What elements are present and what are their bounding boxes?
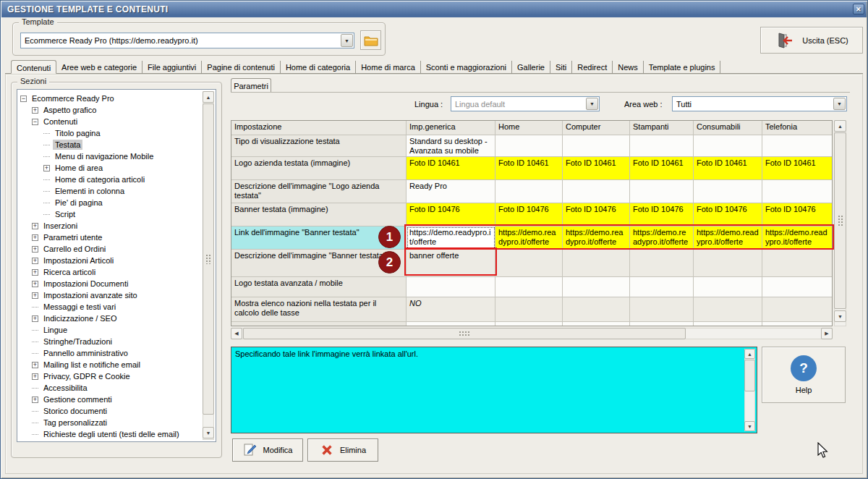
setting-cell[interactable]: Descrizione dell'immagine "Logo azienda …	[231, 180, 407, 203]
tree-item-pie-di-pagina[interactable]: Pie' di pagina	[43, 197, 105, 208]
value-cell[interactable]: Foto ID 10461	[495, 157, 563, 180]
value-cell[interactable]: Foto ID 10461	[630, 157, 694, 180]
value-cell[interactable]	[694, 180, 762, 203]
value-cell[interactable]: Foto ID 10476	[563, 203, 630, 226]
tree-item-impostazioni-articoli[interactable]: +Impostazioni Articoli	[32, 255, 116, 266]
expand-icon[interactable]: +	[32, 223, 38, 229]
empty-cell[interactable]	[231, 322, 407, 326]
tab-home-di-marca[interactable]: Home di marca	[356, 61, 421, 73]
exit-button[interactable]: Uscita (ESC)	[760, 27, 863, 54]
tab-redirect[interactable]: Redirect	[572, 61, 613, 73]
expand-icon[interactable]: +	[32, 234, 38, 241]
generic-value-cell[interactable]: banner offerte	[407, 250, 495, 277]
info-scrollbar-thumb[interactable]	[744, 360, 755, 391]
value-cell[interactable]	[630, 250, 694, 277]
generic-value-cell[interactable]: NO	[407, 297, 495, 322]
value-cell[interactable]	[762, 277, 833, 297]
value-cell[interactable]: https://demo.readypro.it/offerte	[495, 226, 563, 250]
tree-item-aspetto-grafico[interactable]: +Aspetto grafico	[32, 104, 98, 116]
elimina-button[interactable]: Elimina	[307, 438, 378, 462]
value-cell[interactable]	[694, 135, 762, 157]
table-scroll-left-icon[interactable]: ◀	[231, 328, 242, 339]
setting-cell[interactable]: Banner testata (immagine)	[231, 203, 407, 226]
value-cell[interactable]: Foto ID 10476	[495, 203, 563, 226]
value-cell[interactable]	[762, 297, 833, 322]
column-header-telefonia[interactable]: Telefonia	[762, 121, 833, 135]
tree-item-testata[interactable]: Testata	[43, 139, 82, 151]
tree-item-richieste-degli-utenti-testi-delle-email-[interactable]: Richieste degli utenti (testi delle emai…	[32, 428, 182, 440]
chevron-down-icon[interactable]: ▼	[341, 34, 353, 47]
value-cell[interactable]	[630, 180, 694, 203]
setting-cell[interactable]: Tipo di visualizzazione testata	[231, 135, 407, 157]
table-scroll-up-icon[interactable]: ▲	[834, 120, 846, 132]
value-cell[interactable]: https://demo.readypro.it/offerte	[694, 226, 762, 250]
modifica-button[interactable]: Modifica	[232, 438, 303, 462]
tree-item-carrello-ed-ordini[interactable]: +Carrello ed Ordini	[32, 243, 108, 255]
empty-cell[interactable]	[630, 322, 694, 326]
expand-icon[interactable]: +	[32, 281, 38, 287]
tree-item-home-di-categoria-articoli[interactable]: Home di categoria articoli	[43, 174, 147, 185]
expand-icon[interactable]: +	[32, 362, 38, 368]
value-cell[interactable]: Foto ID 10476	[694, 203, 762, 226]
tree-item-pannello-amministrativo[interactable]: Pannello amministrativo	[32, 347, 130, 359]
tab-siti[interactable]: Siti	[550, 61, 572, 73]
value-cell[interactable]	[495, 277, 563, 297]
tree-item-home-di-area[interactable]: +Home di area	[43, 162, 105, 174]
expand-icon[interactable]: +	[43, 165, 50, 171]
value-cell[interactable]	[563, 277, 630, 297]
tree-scrollbar-thumb[interactable]	[203, 103, 214, 415]
tree-item-titolo-pagina[interactable]: Titolo pagina	[43, 127, 103, 139]
tree-item-impostazioni-documenti[interactable]: +Impostazioni Documenti	[32, 278, 130, 289]
tab-file-aggiuntivi[interactable]: File aggiuntivi	[142, 61, 202, 73]
info-scroll-down-icon[interactable]: ▼	[744, 421, 755, 431]
tree-item-elementi-in-colonna[interactable]: Elementi in colonna	[43, 185, 127, 197]
expand-icon[interactable]: +	[32, 397, 38, 403]
value-cell[interactable]	[563, 297, 630, 322]
value-cell[interactable]	[630, 297, 694, 322]
generic-value-cell[interactable]	[407, 277, 495, 297]
tree-item-valutazioni[interactable]: Valutazioni	[32, 440, 84, 442]
value-cell[interactable]	[495, 250, 563, 277]
table-scroll-right-icon[interactable]: ▶	[821, 328, 833, 339]
tree-item-accessibilita[interactable]: Accessibilita	[32, 382, 90, 394]
value-cell[interactable]: https://demo.readypro.it/offerte	[563, 226, 630, 250]
column-header-consumabili[interactable]: Consumabili	[694, 121, 762, 135]
generic-value-cell[interactable]: Ready Pro	[407, 180, 495, 203]
help-button[interactable]: ? Help	[762, 347, 846, 403]
generic-value-cell[interactable]: Standard su desktop - Avanzata su mobile	[407, 135, 495, 157]
tree-item-menu-di-navigazione-mobile[interactable]: Menu di navigazione Mobile	[43, 151, 156, 162]
tree-item-gestione-commenti[interactable]: +Gestione commenti	[32, 394, 114, 405]
expand-icon[interactable]: +	[32, 107, 38, 114]
tree-item-ecommerce-ready-pro[interactable]: −Ecommerce Ready Pro	[20, 93, 116, 104]
tree-item-lingue[interactable]: Lingue	[32, 324, 69, 336]
parameters-table[interactable]: ImpostazioneImp.genericaHomeComputerStam…	[231, 120, 833, 326]
expand-icon[interactable]: +	[32, 246, 38, 253]
tab-news[interactable]: News	[613, 61, 644, 73]
column-header-stampanti[interactable]: Stampanti	[630, 121, 694, 135]
value-cell[interactable]	[694, 297, 762, 322]
area-web-select[interactable]: Tutti ▼	[672, 96, 847, 111]
tree-item-mailing-list-e-notifiche-email[interactable]: +Mailing list e notifiche email	[32, 359, 142, 370]
column-header-computer[interactable]: Computer	[563, 121, 630, 135]
value-cell[interactable]	[563, 180, 630, 203]
tree-item-script[interactable]: Script	[43, 208, 77, 220]
setting-cell[interactable]: Mostra elenco nazioni nella testata per …	[231, 297, 407, 322]
value-cell[interactable]	[563, 135, 630, 157]
tab-parametri[interactable]: Parametri	[231, 78, 271, 93]
open-template-button[interactable]	[360, 30, 381, 50]
collapse-icon[interactable]: −	[20, 96, 27, 102]
value-cell[interactable]	[694, 277, 762, 297]
tab-contenuti[interactable]: Contenuti	[11, 60, 56, 74]
value-cell[interactable]: https://demo.readypro.it/offerte	[762, 226, 833, 250]
tree-item-storico-documenti[interactable]: Storico documenti	[32, 405, 109, 417]
value-cell[interactable]	[762, 250, 833, 277]
value-cell[interactable]	[563, 250, 630, 277]
value-cell[interactable]: Foto ID 10461	[563, 157, 630, 180]
table-hscrollbar-thumb[interactable]	[243, 328, 686, 339]
value-cell[interactable]	[762, 135, 833, 157]
value-cell[interactable]	[495, 180, 563, 203]
tab-pagine-di-contenuti[interactable]: Pagine di contenuti	[202, 61, 281, 73]
value-cell[interactable]: Foto ID 10461	[694, 157, 762, 180]
value-cell[interactable]	[495, 297, 563, 322]
chevron-down-icon[interactable]: ▼	[586, 98, 598, 110]
